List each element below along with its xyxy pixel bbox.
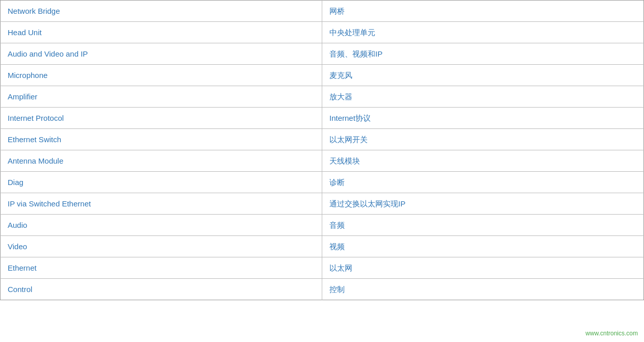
- cell-chinese: 以太网: [322, 257, 644, 279]
- cell-english: Control: [1, 279, 322, 300]
- cell-english: Microphone: [1, 65, 322, 86]
- cell-english: Head Unit: [1, 22, 322, 43]
- cell-chinese: 放大器: [322, 86, 644, 108]
- cell-chinese: 控制: [322, 279, 644, 300]
- cell-english: IP via Switched Ethernet: [1, 193, 322, 215]
- table-row: Audio and Video and IP音频、视频和IP: [1, 43, 644, 65]
- table-row: Control控制: [1, 279, 644, 300]
- table-row: Ethernet Switch以太网开关: [1, 129, 644, 150]
- cell-english: Diag: [1, 172, 322, 193]
- cell-chinese: 通过交换以太网实现IP: [322, 193, 644, 215]
- cell-english: Audio: [1, 215, 322, 236]
- cell-english: Ethernet Switch: [1, 129, 322, 150]
- table-row: Network Bridge网桥: [1, 1, 644, 22]
- cell-chinese: 网桥: [322, 1, 644, 22]
- cell-english: Network Bridge: [1, 1, 322, 22]
- table-row: IP via Switched Ethernet通过交换以太网实现IP: [1, 193, 644, 215]
- cell-chinese: Internet协议: [322, 108, 644, 129]
- cell-chinese: 音频、视频和IP: [322, 43, 644, 65]
- table-row: Microphone麦克风: [1, 65, 644, 86]
- cell-english: Amplifier: [1, 86, 322, 108]
- cell-chinese: 以太网开关: [322, 129, 644, 150]
- cell-chinese: 中央处理单元: [322, 22, 644, 43]
- table-row: Antenna Module天线模块: [1, 150, 644, 172]
- watermark: www.cntronics.com: [585, 330, 638, 337]
- cell-english: Video: [1, 236, 322, 257]
- table-row: Amplifier放大器: [1, 86, 644, 108]
- cell-english: Audio and Video and IP: [1, 43, 322, 65]
- cell-english: Internet Protocol: [1, 108, 322, 129]
- table-row: Video视频: [1, 236, 644, 257]
- cell-english: Ethernet: [1, 257, 322, 279]
- table-container: Network Bridge网桥Head Unit中央处理单元Audio and…: [0, 0, 644, 300]
- cell-chinese: 天线模块: [322, 150, 644, 172]
- table-row: Head Unit中央处理单元: [1, 22, 644, 43]
- table-row: Internet ProtocolInternet协议: [1, 108, 644, 129]
- cell-chinese: 音频: [322, 215, 644, 236]
- cell-chinese: 诊断: [322, 172, 644, 193]
- table-row: Diag诊断: [1, 172, 644, 193]
- table-row: Ethernet以太网: [1, 257, 644, 279]
- cell-chinese: 麦克风: [322, 65, 644, 86]
- cell-english: Antenna Module: [1, 150, 322, 172]
- cell-chinese: 视频: [322, 236, 644, 257]
- translation-table: Network Bridge网桥Head Unit中央处理单元Audio and…: [0, 0, 644, 300]
- table-row: Audio音频: [1, 215, 644, 236]
